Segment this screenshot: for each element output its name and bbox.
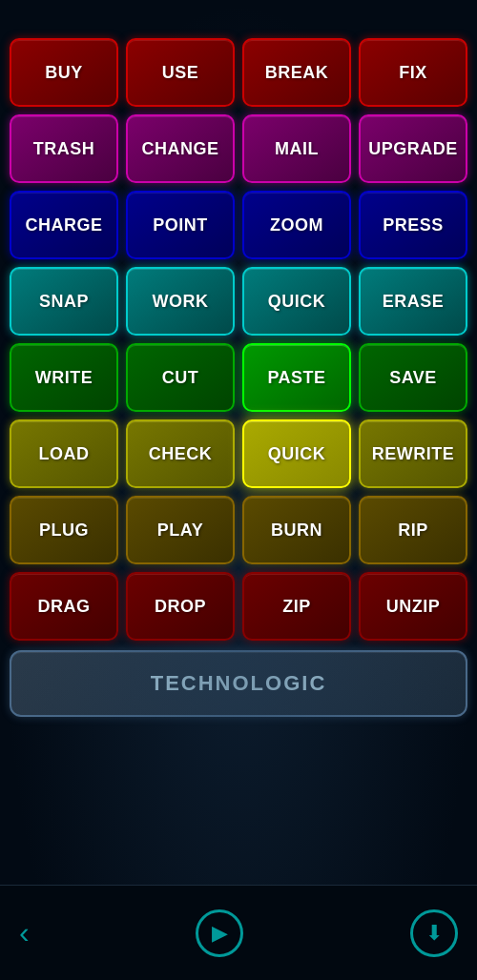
button-grid: BUYUSEBREAKFIXTRASHCHANGEMAILUPGRADECHAR… [0,29,477,725]
burn-button[interactable]: BURN [242,496,351,564]
mail-button[interactable]: MAIL [242,114,351,183]
drop-button[interactable]: DROP [126,572,235,641]
plug-button[interactable]: PLUG [10,496,118,564]
quick1-button[interactable]: QUICK [242,267,351,336]
change-button[interactable]: CHANGE [126,114,235,183]
press-button[interactable]: PRESS [359,191,467,259]
rewrite-button[interactable]: REWRITE [359,419,467,488]
work-button[interactable]: WORK [126,267,235,336]
zip-button[interactable]: ZIP [242,572,351,641]
technologic-button[interactable]: TECHNOLOGIC [10,650,467,717]
save-button[interactable]: SAVE [359,343,467,412]
point-button[interactable]: POINT [126,191,235,259]
unzip-button[interactable]: UNZIP [359,572,467,641]
play-icon: ▶ [212,921,228,946]
trash-button[interactable]: TRASH [10,114,118,183]
break-button[interactable]: BREAK [242,38,351,107]
zoom-button[interactable]: ZOOM [242,191,351,259]
charge-button[interactable]: CHARGE [10,191,118,259]
cut-button[interactable]: CUT [126,343,235,412]
play-button[interactable]: ▶ [196,909,243,957]
back-button[interactable]: ‹ [19,915,30,950]
rip-button[interactable]: RIP [359,496,467,564]
erase-button[interactable]: ERASE [359,267,467,336]
load-button[interactable]: LOAD [10,419,118,488]
download-icon: ⬇ [425,921,443,946]
snap-button[interactable]: SNAP [10,267,118,336]
bottom-navigation: ‹ ▶ ⬇ [0,885,477,980]
drag-button[interactable]: DRAG [10,572,118,641]
use-button[interactable]: USE [126,38,235,107]
check-button[interactable]: CHECK [126,419,235,488]
fix-button[interactable]: FIX [359,38,467,107]
quick2-button[interactable]: QUICK [242,419,351,488]
upgrade-button[interactable]: UPGRADE [359,114,467,183]
download-button[interactable]: ⬇ [410,909,458,957]
buy-button[interactable]: BUY [10,38,118,107]
play-button[interactable]: PLAY [126,496,235,564]
write-button[interactable]: WRITE [10,343,118,412]
paste-button[interactable]: PASTE [242,343,351,412]
